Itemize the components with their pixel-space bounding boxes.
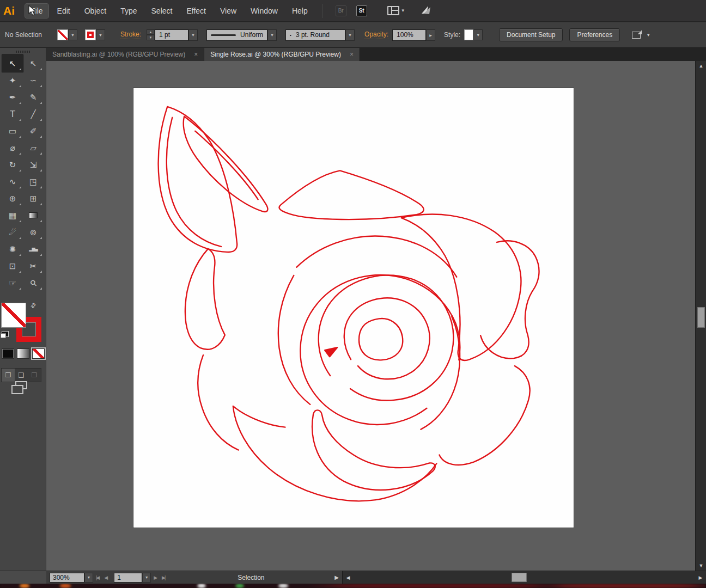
document-setup-button[interactable]: Document Setup — [499, 28, 563, 41]
bridge-icon[interactable]: Br — [336, 5, 346, 16]
stock-icon[interactable]: St — [356, 5, 367, 16]
control-more-dropdown-icon[interactable]: ▼ — [646, 33, 650, 38]
draw-normal-icon[interactable]: ❐ — [2, 369, 15, 382]
workspace-dropdown-icon[interactable]: ▼ — [401, 8, 405, 13]
scroll-right-icon[interactable]: ▶ — [695, 571, 706, 584]
preferences-button[interactable]: Preferences — [569, 28, 620, 41]
workspace-layout-icon[interactable] — [387, 6, 399, 15]
opacity-panel-link[interactable]: Opacity: — [364, 30, 388, 39]
vertical-scroll-thumb[interactable] — [697, 307, 705, 328]
zoom-level-field[interactable]: 300% — [50, 573, 84, 583]
shape-builder-tool[interactable]: ⊕ — [2, 190, 23, 207]
style-swatch[interactable] — [464, 29, 473, 40]
menu-edit[interactable]: Edit — [52, 4, 76, 18]
gradient-tool[interactable] — [23, 207, 44, 224]
direct-selection-tool[interactable]: ↖ — [23, 55, 44, 72]
perspective-grid-tool[interactable]: ⊞ — [23, 190, 44, 207]
width-profile-dropdown-icon[interactable]: ▼ — [267, 29, 277, 41]
draw-behind-icon[interactable]: ❑ — [15, 371, 28, 379]
free-transform-tool[interactable]: ◳ — [23, 173, 44, 190]
menu-bar: Ai File Edit Object Type Select Effect V… — [0, 0, 706, 22]
menu-object[interactable]: Object — [79, 4, 112, 18]
mesh-tool[interactable]: ▦ — [2, 207, 23, 224]
horizontal-scrollbar[interactable]: ◀ ▶ — [342, 571, 706, 584]
hand-tool[interactable]: ☞ — [2, 274, 23, 291]
none-mode-button[interactable] — [32, 348, 45, 359]
swap-fill-stroke-icon[interactable]: ⇄ — [29, 301, 38, 310]
stroke-weight-stepper[interactable]: ▲ ▼ — [147, 29, 155, 40]
gradient-mode-button[interactable] — [17, 348, 29, 359]
stroke-swatch[interactable] — [85, 29, 96, 40]
slice-tool[interactable]: ✂ — [23, 258, 44, 274]
shaper-tool[interactable]: ⌀ — [2, 139, 23, 156]
selection-tool[interactable]: ↖ — [2, 55, 23, 72]
rotate-tool[interactable]: ↻ — [2, 156, 23, 173]
draw-inside-icon[interactable]: ❒ — [28, 371, 41, 379]
artboard-number-field[interactable]: 1 — [114, 573, 142, 583]
stroke-weight-field[interactable]: 1 pt — [155, 29, 188, 41]
artboard-dropdown-icon[interactable]: ▼ — [142, 573, 151, 583]
canvas-pasteboard[interactable] — [46, 61, 695, 571]
brush-definition-field[interactable]: • 3 pt. Round — [285, 29, 345, 41]
width-tool[interactable]: ∿ — [2, 173, 23, 190]
paintbrush-tool[interactable]: ✐ — [23, 122, 44, 139]
stroke-panel-link[interactable]: Stroke: — [120, 30, 141, 39]
color-mode-button[interactable] — [2, 348, 14, 359]
opacity-arrow-icon[interactable]: ▶ — [426, 29, 435, 41]
menu-effect[interactable]: Effect — [181, 4, 211, 18]
menu-select[interactable]: Select — [146, 4, 178, 18]
status-bar: 300% ▼ |◀ ◀ 1 ▼ ▶ ▶| Selection ▶ — [46, 571, 342, 584]
next-artboard-icon[interactable]: ▶ — [154, 575, 156, 580]
fill-dropdown-icon[interactable]: ▼ — [68, 29, 77, 40]
menu-view[interactable]: View — [215, 4, 242, 18]
line-segment-tool[interactable]: ╱ — [23, 106, 44, 122]
tab-sandblasting[interactable]: Sandblasting.ai @ 100% (RGB/GPU Preview)… — [46, 48, 204, 61]
last-artboard-icon[interactable]: ▶| — [162, 575, 165, 580]
default-fill-stroke-icon[interactable] — [2, 331, 9, 337]
fill-color-well[interactable] — [1, 303, 26, 328]
style-dropdown-icon[interactable]: ▼ — [473, 29, 483, 40]
tab-single-rose[interactable]: Single Rose.ai @ 300% (RGB/GPU Preview) … — [204, 48, 360, 61]
stepper-up-icon[interactable]: ▲ — [147, 29, 155, 35]
symbol-sprayer-tool[interactable]: ✺ — [2, 241, 23, 258]
scale-tool[interactable]: ⇲ — [23, 156, 44, 173]
scroll-down-icon[interactable]: ▼ — [696, 561, 706, 571]
type-tool[interactable]: T — [2, 106, 23, 122]
lasso-tool[interactable]: ∽ — [23, 72, 44, 89]
menu-file[interactable]: File — [25, 4, 48, 18]
width-profile-field[interactable]: Uniform — [206, 29, 267, 41]
vertical-scrollbar[interactable]: ▲ ▼ — [695, 61, 706, 571]
zoom-dropdown-icon[interactable]: ▼ — [84, 573, 93, 583]
panel-grip[interactable] — [0, 48, 46, 55]
column-graph-tool[interactable]: ▂▆▄ — [23, 241, 44, 258]
status-mode-arrow-icon[interactable]: ▶ — [334, 574, 339, 580]
horizontal-scroll-thumb[interactable] — [512, 573, 527, 582]
menu-window[interactable]: Window — [245, 4, 283, 18]
artboard[interactable] — [133, 88, 574, 528]
tab-close-icon[interactable]: × — [350, 51, 354, 58]
menu-help[interactable]: Help — [287, 4, 313, 18]
isolate-selection-icon[interactable] — [632, 32, 641, 39]
prev-artboard-icon[interactable]: ◀ — [104, 575, 107, 580]
stroke-dropdown-icon[interactable]: ▼ — [96, 29, 105, 40]
scroll-left-icon[interactable]: ◀ — [343, 571, 354, 584]
brush-dropdown-icon[interactable]: ▼ — [345, 29, 355, 41]
change-screen-mode-icon[interactable] — [15, 381, 27, 389]
rectangle-tool[interactable]: ▭ — [2, 122, 23, 139]
stepper-down-icon[interactable]: ▼ — [147, 35, 155, 40]
fill-swatch[interactable] — [57, 29, 68, 40]
eyedropper-tool[interactable]: ☄ — [2, 224, 23, 241]
magic-wand-tool[interactable]: ✦ — [2, 72, 23, 89]
blend-tool[interactable]: ⊚ — [23, 224, 44, 241]
pen-tool[interactable]: ✒ — [2, 89, 23, 106]
artboard-tool[interactable]: ⊡ — [2, 258, 23, 274]
curvature-tool[interactable]: ✎ — [23, 89, 44, 106]
tab-close-icon[interactable]: × — [194, 51, 198, 58]
stroke-weight-dropdown-icon[interactable]: ▼ — [188, 29, 198, 41]
zoom-tool[interactable]: ⚲ — [23, 274, 44, 291]
eraser-tool[interactable]: ▱ — [23, 139, 44, 156]
menu-type[interactable]: Type — [115, 4, 142, 18]
opacity-field[interactable]: 100% — [392, 29, 426, 41]
scroll-up-icon[interactable]: ▲ — [696, 61, 706, 71]
first-artboard-icon[interactable]: |◀ — [96, 575, 99, 580]
